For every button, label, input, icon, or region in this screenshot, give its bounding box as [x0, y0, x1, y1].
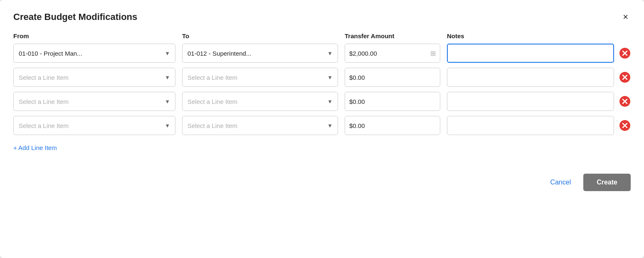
remove-row1-button[interactable]	[619, 47, 631, 59]
chevron-down-icon: ▼	[327, 50, 333, 57]
create-button[interactable]: Create	[583, 174, 631, 191]
from-select-value-row2: Select a Line Item	[19, 74, 162, 81]
column-headers: From To Transfer Amount Notes	[13, 32, 631, 39]
table-row: Select a Line Item ▼ Select a Line Item …	[13, 92, 631, 111]
from-select-row2[interactable]: Select a Line Item ▼	[13, 68, 175, 87]
from-select-row3[interactable]: Select a Line Item ▼	[13, 92, 175, 111]
notes-input-row4[interactable]	[447, 116, 614, 135]
amount-field-row4: $0.00	[345, 116, 440, 135]
amount-value-row4: $0.00	[349, 122, 436, 129]
notes-input-row2[interactable]	[447, 68, 614, 87]
chevron-down-icon: ▼	[165, 74, 170, 81]
to-select-value-row2: Select a Line Item	[188, 74, 325, 81]
notes-input-row3[interactable]	[447, 92, 614, 111]
modal-container: Create Budget Modifications × From To Tr…	[0, 0, 644, 258]
notes-input-row1[interactable]	[447, 44, 614, 63]
to-select-row1[interactable]: 01-012 - Superintend... ▼	[182, 44, 338, 63]
chevron-down-icon: ▼	[165, 123, 170, 129]
chevron-down-icon: ▼	[327, 74, 333, 81]
close-circle-icon	[619, 96, 631, 107]
chevron-down-icon: ▼	[165, 98, 170, 105]
to-select-value-row1: 01-012 - Superintend...	[188, 50, 325, 57]
from-select-row4[interactable]: Select a Line Item ▼	[13, 116, 175, 135]
modal-footer: Cancel Create	[13, 174, 631, 191]
amount-value-row1: $2,000.00	[349, 50, 429, 57]
chevron-down-icon: ▼	[165, 50, 170, 57]
amount-field-row1: $2,000.00 ⊞	[345, 44, 440, 63]
remove-row4-button[interactable]	[619, 120, 631, 131]
from-select-value-row3: Select a Line Item	[19, 98, 162, 105]
transfer-amount-column-header: Transfer Amount	[345, 32, 440, 39]
chevron-down-icon: ▼	[327, 123, 333, 129]
to-select-value-row3: Select a Line Item	[188, 98, 325, 105]
chevron-down-icon: ▼	[327, 98, 333, 105]
table-row: Select a Line Item ▼ Select a Line Item …	[13, 116, 631, 135]
table-row: 01-010 - Project Man... ▼ 01-012 - Super…	[13, 44, 631, 63]
remove-row2-button[interactable]	[619, 71, 631, 83]
add-line-item-button[interactable]: + Add Line Item	[13, 142, 57, 154]
close-circle-icon	[619, 120, 631, 131]
to-select-value-row4: Select a Line Item	[188, 122, 325, 129]
from-select-row1[interactable]: 01-010 - Project Man... ▼	[13, 44, 175, 63]
table-icon[interactable]: ⊞	[430, 49, 436, 57]
amount-value-row2: $0.00	[349, 74, 436, 81]
from-select-value-row1: 01-010 - Project Man...	[19, 50, 162, 57]
to-select-row3[interactable]: Select a Line Item ▼	[182, 92, 338, 111]
cancel-button[interactable]: Cancel	[543, 174, 578, 190]
amount-value-row3: $0.00	[349, 98, 436, 105]
table-row: Select a Line Item ▼ Select a Line Item …	[13, 68, 631, 87]
remove-row3-button[interactable]	[619, 96, 631, 107]
from-select-value-row4: Select a Line Item	[19, 122, 162, 129]
close-circle-icon	[619, 47, 631, 59]
amount-field-row3: $0.00	[345, 92, 440, 111]
to-column-header: To	[182, 32, 338, 39]
close-circle-icon	[619, 71, 631, 83]
amount-field-row2: $0.00	[345, 68, 440, 87]
to-select-row2[interactable]: Select a Line Item ▼	[182, 68, 338, 87]
modal-header: Create Budget Modifications ×	[13, 12, 631, 22]
to-select-row4[interactable]: Select a Line Item ▼	[182, 116, 338, 135]
close-button[interactable]: ×	[620, 12, 631, 22]
modal-title: Create Budget Modifications	[13, 12, 137, 22]
notes-column-header: Notes	[447, 32, 631, 39]
from-column-header: From	[13, 32, 175, 39]
